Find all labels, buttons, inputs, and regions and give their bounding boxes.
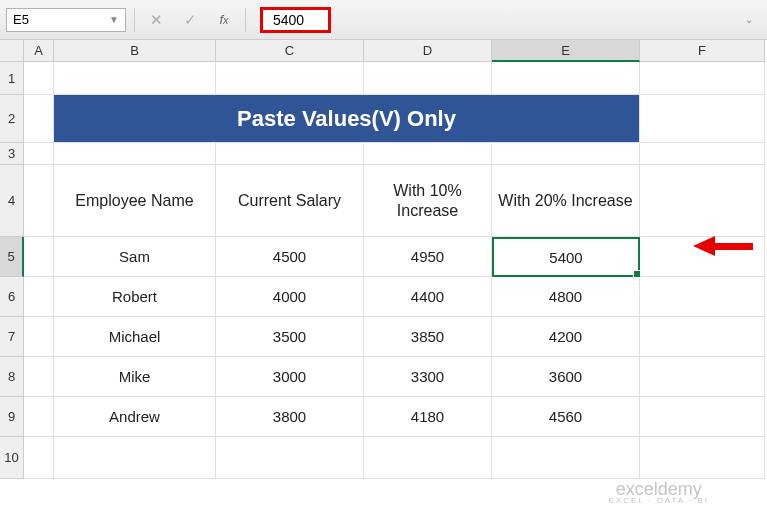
cell[interactable] (640, 62, 765, 95)
watermark-sub: EXCEL · DATA · BI (608, 496, 709, 505)
cell[interactable] (24, 317, 54, 357)
cell[interactable] (24, 357, 54, 397)
cell[interactable] (364, 143, 492, 165)
cell[interactable] (364, 62, 492, 95)
cell[interactable] (24, 62, 54, 95)
name-box[interactable]: E5 ▼ (6, 8, 126, 32)
cancel-icon: ✕ (143, 8, 169, 32)
cell[interactable] (216, 437, 364, 479)
cell[interactable] (640, 317, 765, 357)
cell[interactable] (54, 62, 216, 95)
col-header-E[interactable]: E (492, 40, 640, 62)
arrow-head-icon (693, 236, 715, 256)
column-headers: A B C D E F (24, 40, 765, 62)
cell[interactable] (640, 277, 765, 317)
table-row[interactable]: Michael (54, 317, 216, 357)
divider (245, 8, 246, 32)
table-row[interactable]: 4000 (216, 277, 364, 317)
select-all[interactable] (0, 40, 24, 62)
cell[interactable] (492, 62, 640, 95)
title-merged[interactable]: Paste Values(V) Only (54, 95, 640, 143)
callout-arrow (693, 236, 753, 256)
cell[interactable] (24, 143, 54, 165)
cell[interactable] (640, 397, 765, 437)
table-row[interactable]: 3000 (216, 357, 364, 397)
table-row[interactable]: 4500 (216, 237, 364, 277)
cell[interactable] (492, 437, 640, 479)
selected-cell[interactable]: 5400 (492, 237, 640, 277)
table-row[interactable]: 4400 (364, 277, 492, 317)
cell[interactable] (640, 357, 765, 397)
cell-reference: E5 (13, 12, 29, 27)
cell[interactable] (216, 143, 364, 165)
formula-toolbar: E5 ▼ ✕ ✓ fx 5400 ⌄ (0, 0, 767, 40)
cell[interactable] (54, 437, 216, 479)
col-header-B[interactable]: B (54, 40, 216, 62)
arrow-body (715, 243, 753, 250)
row-header-2[interactable]: 2 (0, 95, 24, 143)
formula-value: 5400 (260, 7, 331, 33)
table-row[interactable]: 4950 (364, 237, 492, 277)
cell[interactable] (24, 277, 54, 317)
dropdown-icon[interactable]: ▼ (109, 14, 119, 25)
cell[interactable] (364, 437, 492, 479)
table-row[interactable]: 3850 (364, 317, 492, 357)
cell[interactable] (24, 165, 54, 237)
col-header-C[interactable]: C (216, 40, 364, 62)
table-row[interactable]: 4180 (364, 397, 492, 437)
header-inc20[interactable]: With 20% Increase (492, 165, 640, 237)
row-header-7[interactable]: 7 (0, 317, 24, 357)
row-header-6[interactable]: 6 (0, 277, 24, 317)
table-row[interactable]: Sam (54, 237, 216, 277)
table-row[interactable]: Andrew (54, 397, 216, 437)
table-row[interactable]: 3300 (364, 357, 492, 397)
row-headers: 1 2 3 4 5 6 7 8 9 10 (0, 62, 24, 479)
cell[interactable] (24, 237, 54, 277)
col-header-A[interactable]: A (24, 40, 54, 62)
watermark: exceldemy EXCEL · DATA · BI (608, 479, 709, 505)
cell[interactable] (640, 143, 765, 165)
header-salary[interactable]: Current Salary (216, 165, 364, 237)
cell[interactable] (640, 437, 765, 479)
table-row[interactable]: 3800 (216, 397, 364, 437)
spreadsheet-grid: A B C D E F 1 2 3 4 5 6 7 8 9 10 Paste V… (0, 40, 767, 523)
row-header-10[interactable]: 10 (0, 437, 24, 479)
row-header-4[interactable]: 4 (0, 165, 24, 237)
table-row[interactable]: 4800 (492, 277, 640, 317)
row-header-1[interactable]: 1 (0, 62, 24, 95)
cell[interactable] (216, 62, 364, 95)
table-row[interactable]: 4560 (492, 397, 640, 437)
col-header-D[interactable]: D (364, 40, 492, 62)
table-row[interactable]: 3600 (492, 357, 640, 397)
cell[interactable] (54, 143, 216, 165)
table-row[interactable]: Mike (54, 357, 216, 397)
formula-bar[interactable]: 5400 (254, 8, 729, 32)
row-header-8[interactable]: 8 (0, 357, 24, 397)
enter-icon: ✓ (177, 8, 203, 32)
cell[interactable] (24, 437, 54, 479)
cell[interactable] (640, 95, 765, 143)
row-header-9[interactable]: 9 (0, 397, 24, 437)
row-header-3[interactable]: 3 (0, 143, 24, 165)
expand-icon[interactable]: ⌄ (737, 14, 761, 25)
table-row[interactable]: 4200 (492, 317, 640, 357)
cell[interactable] (24, 397, 54, 437)
cells-area: Paste Values(V) Only Employee Name Curre… (24, 62, 767, 523)
divider (134, 8, 135, 32)
table-row[interactable]: Robert (54, 277, 216, 317)
header-employee[interactable]: Employee Name (54, 165, 216, 237)
col-header-F[interactable]: F (640, 40, 765, 62)
row-header-5[interactable]: 5 (0, 237, 24, 277)
table-row[interactable]: 3500 (216, 317, 364, 357)
cell[interactable] (24, 95, 54, 143)
header-inc10[interactable]: With 10% Increase (364, 165, 492, 237)
cell[interactable] (492, 143, 640, 165)
cell[interactable] (640, 165, 765, 237)
fx-icon[interactable]: fx (211, 8, 237, 32)
